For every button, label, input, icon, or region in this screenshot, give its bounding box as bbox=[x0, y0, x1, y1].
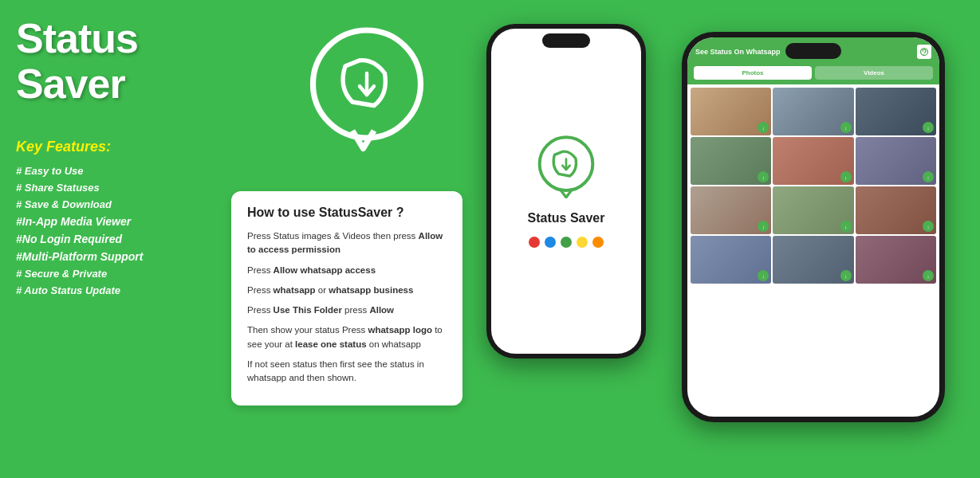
download-btn-2[interactable]: ↓ bbox=[840, 122, 852, 133]
how-to-step-5: Then show your status Press whatsapp log… bbox=[247, 323, 447, 351]
gallery-item-1: ↓ bbox=[691, 88, 771, 135]
phone-app-name: Status Saver bbox=[528, 211, 605, 225]
left-section: Status Saver Key Features: # Easy to Use… bbox=[0, 0, 223, 478]
gallery-item-2: ↓ bbox=[773, 88, 853, 135]
tab-videos[interactable]: Videos bbox=[815, 66, 933, 80]
download-btn-3[interactable]: ↓ bbox=[923, 122, 934, 133]
feature-multi-platform: #Multi-Platform Support bbox=[16, 250, 207, 263]
gallery-grid: ↓ ↓ ↓ ↓ ↓ ↓ ↓ bbox=[687, 84, 939, 287]
phone-screen-content: Status Saver bbox=[520, 127, 613, 256]
download-btn-9[interactable]: ↓ bbox=[923, 221, 934, 232]
phone-screen-right: See Status On Whatsapp Photos Videos ↓ bbox=[687, 37, 939, 417]
feature-easy-to-use: # Easy to Use bbox=[16, 165, 207, 177]
gallery-item-10: ↓ bbox=[691, 236, 771, 284]
phone-header: See Status On Whatsapp bbox=[687, 37, 939, 66]
phone-frame-right: See Status On Whatsapp Photos Videos ↓ bbox=[682, 32, 945, 422]
download-btn-7[interactable]: ↓ bbox=[758, 221, 769, 232]
app-title: Status Saver bbox=[16, 16, 207, 107]
gallery-item-5: ↓ bbox=[773, 137, 853, 185]
phone-center: Status Saver bbox=[486, 24, 646, 358]
download-btn-12[interactable]: ↓ bbox=[923, 270, 934, 281]
how-to-title: How to use StatusSaver ? bbox=[247, 206, 447, 220]
gallery-item-4: ↓ bbox=[691, 137, 771, 185]
dots-row bbox=[529, 237, 604, 248]
whatsapp-icon-area bbox=[295, 16, 455, 175]
how-to-step-1: Press Status images & Videos then press … bbox=[247, 229, 447, 257]
download-btn-1[interactable]: ↓ bbox=[758, 122, 769, 133]
phone-app-icon bbox=[534, 135, 598, 202]
feature-share-statuses: # Share Statuses bbox=[16, 182, 207, 194]
how-to-step-2: Press Allow whatsapp access bbox=[247, 264, 447, 277]
dot-yellow bbox=[577, 237, 588, 248]
dot-red bbox=[529, 237, 540, 248]
gallery-item-7: ↓ bbox=[691, 186, 771, 234]
how-to-card: How to use StatusSaver ? Press Status im… bbox=[231, 191, 462, 406]
download-btn-8[interactable]: ↓ bbox=[840, 221, 852, 232]
download-btn-11[interactable]: ↓ bbox=[840, 270, 852, 281]
download-btn-4[interactable]: ↓ bbox=[758, 171, 769, 182]
phone-header-icon bbox=[917, 45, 931, 59]
dot-blue bbox=[545, 237, 556, 248]
gallery-item-3: ↓ bbox=[856, 88, 936, 135]
how-to-step-4: Press Use This Folder press Allow bbox=[247, 304, 447, 317]
tab-photos[interactable]: Photos bbox=[694, 66, 812, 80]
download-btn-6[interactable]: ↓ bbox=[923, 171, 934, 182]
phone-header-title: See Status On Whatsapp bbox=[695, 48, 781, 56]
phone-right-container: See Status On Whatsapp Photos Videos ↓ bbox=[682, 32, 945, 422]
whatsapp-download-icon bbox=[295, 16, 439, 159]
dot-green bbox=[561, 237, 572, 248]
key-features-label: Key Features: bbox=[16, 139, 207, 155]
gallery-item-6: ↓ bbox=[856, 137, 936, 185]
feature-secure-private: # Secure & Private bbox=[16, 268, 207, 280]
feature-auto-update: # Auto Status Update bbox=[16, 284, 207, 296]
gallery-item-11: ↓ bbox=[773, 236, 853, 284]
gallery-item-12: ↓ bbox=[856, 236, 936, 284]
feature-media-viewer: #In-App Media Viewer bbox=[16, 215, 207, 228]
download-btn-5[interactable]: ↓ bbox=[840, 171, 852, 182]
dot-orange bbox=[592, 237, 604, 248]
gallery-item-9: ↓ bbox=[856, 186, 936, 234]
download-btn-10[interactable]: ↓ bbox=[758, 270, 769, 281]
how-to-step-6: If not seen status then first see the st… bbox=[247, 358, 447, 386]
feature-save-download: # Save & Download bbox=[16, 198, 207, 210]
tabs-row: Photos Videos bbox=[687, 66, 939, 84]
phone-screen-center: Status Saver bbox=[491, 29, 641, 354]
svg-point-5 bbox=[923, 53, 924, 54]
gallery-item-8: ↓ bbox=[773, 186, 853, 234]
how-to-step-3: Press whatsapp or whatsapp business bbox=[247, 284, 447, 297]
phone-frame-center: Status Saver bbox=[486, 24, 646, 358]
feature-no-login: #No Login Required bbox=[16, 233, 207, 245]
